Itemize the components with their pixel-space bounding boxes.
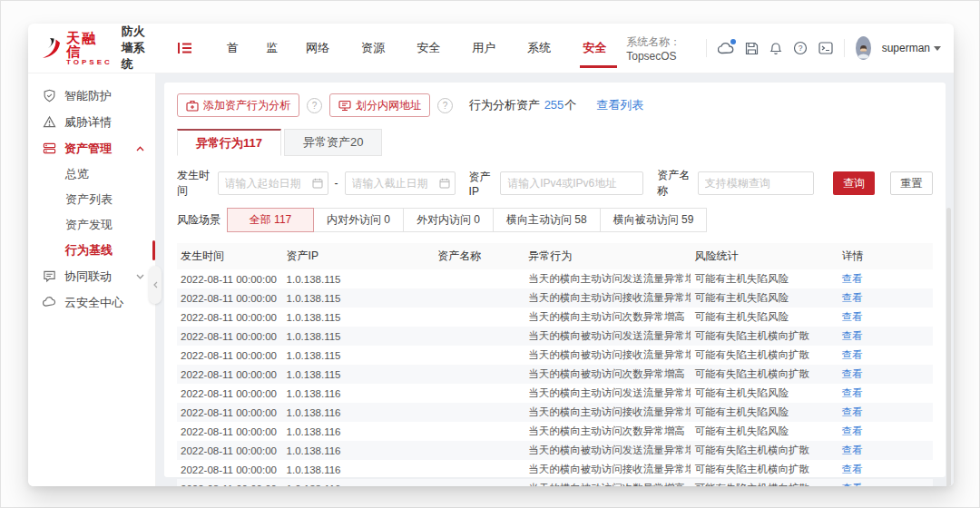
chevron-left-icon: [153, 281, 158, 288]
asset-ip-input[interactable]: [500, 171, 643, 195]
active-indicator: [152, 240, 155, 260]
content-tabs: 异常行为117 异常资产20: [177, 129, 933, 156]
system-name-label: 系统名称：: [626, 35, 681, 48]
assets-unit: 个: [564, 98, 576, 112]
sidebar-collapse-handle[interactable]: [149, 266, 162, 304]
chevron-up-icon: [136, 146, 144, 151]
tab-abnormal-assets[interactable]: 异常资产20: [284, 129, 382, 156]
search-button[interactable]: 查询: [833, 171, 875, 195]
cell-name: [434, 479, 524, 486]
vertical-scrollbar[interactable]: [946, 208, 951, 486]
asset-name-input[interactable]: [698, 171, 814, 195]
system-name: 系统名称：TopsecOS: [626, 34, 695, 63]
scenario-all[interactable]: 全部 117: [227, 208, 314, 232]
view-detail-link[interactable]: 查看: [842, 387, 863, 398]
col-time: 发生时间: [177, 243, 283, 269]
nav-item-network[interactable]: 网络管理: [294, 28, 349, 68]
sidebar-item-threat-details[interactable]: 威胁详情: [28, 109, 155, 135]
end-date-field: [345, 171, 456, 195]
nav-item-user[interactable]: 用户管理: [460, 28, 515, 68]
table-row: 2022-08-11 00:00:00 1.0.138.115 当天的横向被动访…: [177, 327, 933, 346]
view-detail-link[interactable]: 查看: [842, 483, 863, 486]
nav-item-system[interactable]: 系统管理: [515, 28, 571, 68]
col-behavior: 异常行为: [524, 243, 691, 269]
cell-time: 2022-08-11 00:00:00: [177, 403, 283, 422]
sidebar-item-label: 威胁详情: [64, 114, 112, 131]
scenario-lateral-active[interactable]: 横向主动访问 58: [494, 208, 601, 232]
calendar-icon[interactable]: [439, 178, 450, 189]
cell-ip: 1.0.138.115: [283, 365, 435, 384]
nav-item-resource[interactable]: 资源管理: [349, 28, 405, 68]
nav-item-security-center[interactable]: 安全中心: [571, 28, 626, 68]
status-dot: [730, 39, 736, 44]
add-asset-analysis-button[interactable]: 添加资产行为分析: [177, 93, 299, 117]
view-detail-link[interactable]: 查看: [842, 273, 863, 284]
sidebar-subitem-behavior-baseline[interactable]: 行为基线: [28, 238, 155, 263]
help-circle-icon[interactable]: ?: [307, 98, 322, 113]
server-stack-icon: [43, 142, 56, 155]
menu-collapse-icon[interactable]: [177, 41, 193, 55]
cell-time: 2022-08-11 00:00:00: [177, 346, 283, 365]
view-detail-link[interactable]: 查看: [842, 368, 863, 379]
sidebar-subitem-overview[interactable]: 总览: [28, 161, 155, 187]
table-row: 2022-08-11 00:00:00 1.0.138.116 当天的横向被动访…: [177, 441, 933, 460]
table-row: 2022-08-11 00:00:00 1.0.138.115 当天的横向被动访…: [177, 365, 933, 384]
terminal-icon[interactable]: [818, 40, 833, 56]
sidebar-item-collaboration[interactable]: 协同联动: [28, 263, 155, 289]
view-detail-link[interactable]: 查看: [842, 425, 863, 436]
scenario-out-to-in[interactable]: 外对内访问 0: [404, 208, 494, 232]
cell-risk: 可能有主机失陷风险: [691, 422, 838, 441]
main-nav: 首页 监控 网络管理 资源管理 安全策略 用户管理 系统管理 安全中心: [215, 28, 626, 68]
sidebar-item-asset-management[interactable]: 资产管理: [28, 135, 155, 161]
cell-name: [434, 327, 524, 346]
calendar-icon[interactable]: [312, 178, 323, 189]
cell-name: [434, 422, 524, 441]
tab-abnormal-behavior[interactable]: 异常行为117: [177, 129, 281, 156]
cell-risk: 可能有主机失陷风险: [691, 269, 838, 288]
cloud-status-icon[interactable]: [718, 40, 734, 56]
cell-time: 2022-08-11 00:00:00: [177, 384, 283, 403]
view-detail-link[interactable]: 查看: [842, 292, 863, 303]
nav-item-policy[interactable]: 安全策略: [405, 28, 460, 68]
sidebar-item-cloud-security-center[interactable]: 云安全中心: [28, 289, 155, 316]
chat-bubble-icon: [43, 269, 56, 283]
sidebar-item-label: 总览: [65, 166, 89, 182]
help-circle-icon[interactable]: ?: [437, 98, 453, 113]
behavior-table: 发生时间 资产IP 资产名称 异常行为 风险统计 详情 2022-08-11 0: [177, 243, 933, 486]
name-filter-label: 资产名称: [657, 168, 691, 199]
scenario-in-to-out[interactable]: 内对外访问 0: [314, 208, 404, 232]
sidebar-subitem-asset-list[interactable]: 资产列表: [28, 187, 155, 212]
cell-risk: 可能有主机失陷风险: [691, 288, 838, 308]
cell-risk: 可能有失陷主机横向扩散: [691, 365, 838, 384]
help-icon[interactable]: ?: [793, 40, 808, 56]
nav-item-home[interactable]: 首页: [215, 28, 255, 68]
user-menu[interactable]: superman: [882, 42, 941, 54]
toolbar: 添加资产行为分析 ? 划分内网地址 ? 行为分析资产 255个 查看列表: [177, 93, 933, 117]
view-detail-link[interactable]: 查看: [842, 444, 863, 455]
bell-icon[interactable]: [769, 40, 782, 56]
screen-background: 天融信 TOPSEC 防火墙系统 首页 监控 网络管理 资源管理 安全策略 用户…: [0, 0, 980, 508]
user-avatar[interactable]: [856, 36, 871, 60]
view-list-link[interactable]: 查看列表: [596, 97, 643, 113]
cell-name: [434, 384, 524, 403]
view-detail-link[interactable]: 查看: [842, 349, 863, 360]
cell-behavior: 当天的横向被动访问次数异常增高: [524, 365, 691, 384]
reset-button[interactable]: 重置: [890, 171, 933, 195]
scenario-lateral-passive[interactable]: 横向被动访问 59: [601, 208, 708, 232]
cell-behavior: 当天的横向主动访问接收流量异常增高: [524, 288, 691, 308]
save-icon[interactable]: [745, 40, 759, 56]
divide-intranet-button[interactable]: 划分内网地址: [329, 93, 430, 117]
sidebar-subitem-asset-discovery[interactable]: 资产发现: [28, 212, 155, 238]
topsec-logo: 天融信 TOPSEC 防火墙系统: [41, 24, 152, 73]
view-detail-link[interactable]: 查看: [842, 311, 863, 322]
view-detail-link[interactable]: 查看: [842, 464, 863, 474]
cell-ip: 1.0.138.116: [283, 384, 435, 403]
sidebar-item-intelligent-protection[interactable]: 智能防护: [28, 83, 155, 109]
cell-time: 2022-08-11 00:00:00: [177, 288, 283, 308]
view-detail-link[interactable]: 查看: [842, 330, 863, 341]
table-row: 2022-08-11 00:00:00 1.0.138.115 当天的横向主动访…: [177, 288, 933, 308]
view-detail-link[interactable]: 查看: [842, 406, 863, 417]
nav-item-monitor[interactable]: 监控: [255, 28, 295, 68]
divider: [844, 39, 845, 57]
col-ip: 资产IP: [283, 243, 435, 269]
